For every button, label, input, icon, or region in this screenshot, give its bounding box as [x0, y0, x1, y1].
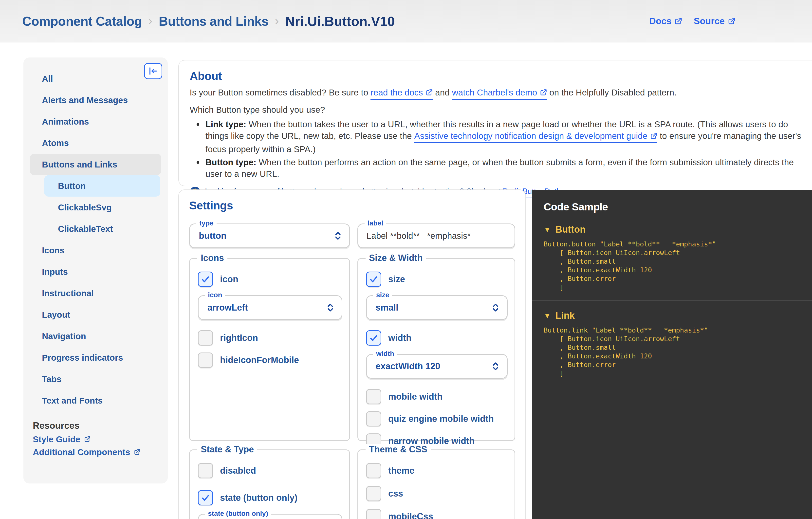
code-block-button: Button.button "Label **bold** *emphasis*…	[544, 240, 812, 292]
settings-heading: Settings	[189, 199, 517, 212]
label-input[interactable]	[358, 224, 515, 248]
assistive-technology-guide-link[interactable]: Assistive technology notification design…	[414, 130, 657, 143]
external-link-icon	[540, 89, 547, 96]
quiz-engine-mobile-width-checkbox[interactable]	[366, 411, 381, 427]
mobile-width-checkbox-label[interactable]: mobile width	[388, 392, 442, 402]
code-block-link: Button.link "Label **bold** *emphasis*" …	[544, 326, 812, 378]
sidebar-item-instructional[interactable]: Instructional	[30, 283, 161, 304]
theme-checkbox-label[interactable]: theme	[388, 465, 414, 476]
list-item-button-type: Button type: When the button performs an…	[190, 156, 804, 180]
header-links: Docs Source	[649, 0, 735, 42]
width-checkbox-label[interactable]: width	[388, 333, 411, 343]
about-section: About Is your Button sometimes disabled?…	[178, 60, 812, 186]
read-the-docs-link-label: read the docs	[371, 87, 423, 98]
type-select-label: type	[196, 219, 216, 227]
docs-link[interactable]: Docs	[649, 16, 682, 26]
mobilecss-checkbox[interactable]	[366, 509, 381, 519]
resources-heading: Resources	[33, 421, 141, 431]
source-link[interactable]: Source	[694, 16, 735, 26]
additional-components-link-label: Additional Components	[33, 447, 130, 457]
about-question: Which Button type should you use?	[190, 104, 804, 115]
sidebar-item-clickabletext[interactable]: ClickableText	[44, 218, 160, 239]
state-button-only-checkbox[interactable]	[198, 490, 213, 506]
watch-charbels-demo-link[interactable]: watch Charbel's demo	[452, 87, 547, 100]
sidebar-item-progress-indicators[interactable]: Progress indicators	[30, 347, 161, 368]
sidebar-item-atoms[interactable]: Atoms	[30, 132, 161, 154]
righticon-checkbox[interactable]	[198, 330, 213, 346]
checkbox-row: quiz engine mobile width	[366, 411, 508, 427]
external-link-icon	[84, 436, 91, 443]
theme-checkbox[interactable]	[366, 463, 381, 478]
size-select-value: small	[376, 302, 398, 313]
checkbox-row: theme	[366, 462, 508, 479]
icon-select[interactable]: icon arrowLeft	[198, 295, 342, 320]
read-the-docs-link[interactable]: read the docs	[371, 87, 433, 100]
sidebar-item-text-and-fonts[interactable]: Text and Fonts	[30, 390, 161, 411]
size-width-group-legend: Size & Width	[366, 253, 426, 263]
sidebar-item-animations[interactable]: Animations	[30, 111, 161, 132]
hideiconformobile-checkbox-label[interactable]: hideIconForMobile	[220, 355, 299, 365]
quiz-engine-mobile-width-checkbox-label[interactable]: quiz engine mobile width	[388, 414, 494, 424]
sidebar-item-buttons-and-links[interactable]: Buttons and Links	[30, 154, 161, 175]
external-link-icon	[650, 132, 657, 140]
state-button-only-select-label: state (button only)	[205, 510, 271, 518]
label-input-field: label	[357, 224, 515, 248]
size-select-label: size	[373, 291, 392, 299]
hideiconformobile-checkbox[interactable]	[198, 352, 213, 368]
additional-components-link[interactable]: Additional Components	[33, 447, 141, 457]
sidebar-item-all[interactable]: All	[30, 68, 161, 89]
mobilecss-checkbox-label[interactable]: mobileCss	[388, 511, 433, 519]
settings-top-fields: type button label	[189, 224, 517, 248]
button-type-text1: When the button performs an action on th…	[205, 157, 794, 179]
icon-checkbox[interactable]	[198, 271, 213, 287]
about-intro-pre: Is your Button sometimes disabled? Be su…	[190, 88, 371, 97]
disabled-checkbox-label[interactable]: disabled	[220, 465, 256, 476]
external-link-icon	[728, 17, 735, 25]
code-section-button-title: Button	[555, 224, 586, 235]
checkmark-icon	[201, 274, 210, 284]
sidebar-item-icons[interactable]: Icons	[30, 239, 161, 261]
breadcrumb-separator-icon: ›	[275, 14, 279, 29]
size-checkbox[interactable]	[366, 271, 381, 287]
code-section-link-toggle[interactable]: ▼ Link	[544, 310, 812, 321]
checkmark-icon	[201, 493, 210, 503]
width-select[interactable]: width exactWidth 120	[366, 354, 508, 379]
checkbox-row: css	[366, 486, 508, 502]
breadcrumb-component-catalog[interactable]: Component Catalog	[22, 14, 142, 29]
css-checkbox-label[interactable]: css	[388, 488, 403, 499]
checkbox-row: width	[366, 330, 508, 346]
about-intro-mid: and	[433, 88, 452, 97]
code-sample-heading: Code Sample	[544, 201, 812, 213]
button-type-strong: Button type:	[205, 157, 256, 167]
width-checkbox[interactable]	[366, 330, 381, 346]
watch-charbels-demo-link-label: watch Charbel's demo	[452, 87, 537, 98]
code-sample-panel: Code Sample ▼ Button Button.button "Labe…	[532, 190, 812, 519]
size-checkbox-label[interactable]: size	[388, 274, 405, 284]
css-checkbox[interactable]	[366, 486, 381, 501]
mobile-width-checkbox[interactable]	[366, 389, 381, 404]
size-select[interactable]: size small	[366, 295, 508, 320]
select-chevron-icon	[325, 302, 335, 313]
righticon-checkbox-label[interactable]: rightIcon	[220, 333, 258, 343]
icon-checkbox-label[interactable]: icon	[220, 274, 238, 284]
assistive-technology-guide-link-label: Assistive technology notification design…	[414, 130, 647, 142]
style-guide-link[interactable]: Style Guide	[33, 434, 141, 444]
sidebar-item-tabs[interactable]: Tabs	[30, 368, 161, 390]
select-chevron-icon	[333, 230, 343, 241]
checkbox-row: mobile width	[366, 388, 508, 405]
breadcrumb-current-page: Nri.Ui.Button.V10	[285, 13, 395, 29]
disabled-checkbox[interactable]	[198, 463, 213, 478]
state-button-only-select[interactable]: state (button only) error	[198, 514, 342, 519]
sidebar-item-clickablesvg[interactable]: ClickableSvg	[44, 197, 160, 218]
type-select[interactable]: type button	[189, 224, 350, 248]
breadcrumb-buttons-and-links[interactable]: Buttons and Links	[158, 14, 268, 29]
sidebar-item-layout[interactable]: Layout	[30, 304, 161, 325]
sidebar-item-alerts-and-messages[interactable]: Alerts and Messages	[30, 89, 161, 111]
code-section-button-toggle[interactable]: ▼ Button	[544, 224, 812, 235]
sidebar-item-navigation[interactable]: Navigation	[30, 325, 161, 347]
width-select-label: width	[373, 350, 397, 358]
link-type-strong: Link type:	[205, 119, 246, 129]
sidebar-item-button[interactable]: Button	[44, 175, 160, 197]
state-button-only-checkbox-label[interactable]: state (button only)	[220, 493, 297, 503]
sidebar-item-inputs[interactable]: Inputs	[30, 261, 161, 283]
